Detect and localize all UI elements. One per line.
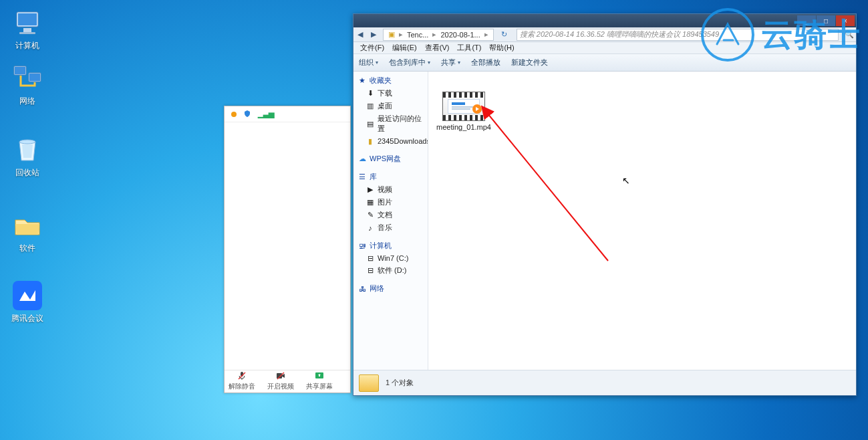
minimize-button[interactable]: _ (797, 15, 816, 26)
explorer-window: _ □ × ◀ ▶ ▣ ▸ Tenc... ▸ 2020-08-1... ▸ ↻… (353, 13, 857, 396)
menu-view[interactable]: 查看(V) (421, 43, 454, 53)
video-button[interactable]: 开启视频 (267, 370, 294, 391)
tencent-meeting-icon (13, 281, 42, 310)
document-icon: ✎ (366, 211, 375, 220)
chevron-down-icon: ▾ (428, 60, 430, 66)
search-icon: 🔍 (843, 29, 856, 41)
svg-rect-1 (18, 13, 37, 25)
meeting-toolbar: 解除静音 开启视频 共享屏幕 (225, 370, 350, 393)
menu-tools[interactable]: 工具(T) (453, 43, 485, 53)
sidebar-item-pictures[interactable]: ▦图片 (353, 196, 428, 209)
desktop-icon-computer[interactable]: 计算机 (4, 8, 51, 51)
search-input[interactable]: 搜索 2020-08-14 16.36.52 嘀哩哔嘀嘀的快速会议 189453… (517, 29, 839, 41)
sidebar-item-documents[interactable]: ✎文档 (353, 209, 428, 221)
icon-label: 回收站 (4, 167, 51, 179)
sidebar-item-video[interactable]: ▶视频 (353, 183, 428, 196)
desktop-icon-software[interactable]: 软件 (4, 211, 51, 254)
svg-rect-15 (452, 102, 465, 105)
svg-rect-2 (23, 28, 31, 32)
file-name: meeting_01.mp4 (434, 123, 494, 131)
svg-rect-7 (29, 74, 40, 81)
desktop-icon-network[interactable]: 网络 (4, 64, 51, 107)
wps-header[interactable]: ☁WPS网盘 (353, 152, 428, 165)
sidebar-item-desktop[interactable]: ▥桌面 (353, 100, 428, 112)
folder-icon (13, 211, 42, 240)
breadcrumb[interactable]: ▣ ▸ Tenc... ▸ 2020-08-1... ▸ (383, 29, 494, 41)
svg-rect-17 (452, 108, 470, 110)
folder-icon: ▣ (386, 30, 397, 39)
sidebar-item-2345[interactable]: ▮2345Downloads (353, 135, 428, 147)
menu-file[interactable]: 文件(F) (356, 43, 388, 53)
drive-icon: ⊟ (366, 266, 375, 276)
computer-icon (13, 8, 42, 37)
signal-icon: ▁▃▅ (258, 110, 274, 118)
share-screen-button[interactable]: 共享屏幕 (306, 370, 333, 391)
recent-icon: ▤ (366, 119, 375, 128)
organize-button[interactable]: 组织▾ (353, 58, 384, 68)
folder-icon: ▮ (366, 136, 375, 146)
search-placeholder: 搜索 2020-08-14 16.36.52 嘀哩哔嘀嘀的快速会议 189453… (520, 29, 719, 39)
back-icon: ◀ (357, 30, 363, 39)
title-bar[interactable]: _ □ × (353, 14, 856, 27)
folder-icon (359, 374, 379, 392)
icon-label: 计算机 (4, 40, 51, 51)
forward-icon: ▶ (371, 30, 376, 39)
video-thumbnail-icon (442, 92, 485, 121)
svg-point-8 (19, 140, 35, 144)
microphone-icon (237, 370, 247, 381)
star-icon: ★ (357, 76, 367, 86)
drive-icon: ⊟ (366, 253, 375, 263)
network-icon (13, 64, 42, 93)
sidebar-item-d-drive[interactable]: ⊟软件 (D:) (353, 264, 428, 277)
explorer-sidebar: ★收藏夹 ⬇下载 ▥桌面 ▤最近访问的位置 ▮2345Downloads ☁WP… (353, 72, 428, 370)
picture-icon: ▦ (366, 198, 375, 207)
menu-help[interactable]: 帮助(H) (485, 43, 518, 53)
video-icon: ▶ (366, 185, 375, 195)
address-bar: ◀ ▶ ▣ ▸ Tenc... ▸ 2020-08-1... ▸ ↻ 搜索 20… (353, 27, 856, 42)
menu-bar: 文件(F) 编辑(E) 查看(V) 工具(T) 帮助(H) (353, 42, 856, 54)
favorites-header[interactable]: ★收藏夹 (353, 74, 428, 87)
desktop: 计算机 网络 回收站 软件 腾讯会议 ▁▃▅ (0, 0, 868, 440)
include-in-library-button[interactable]: 包含到库中▾ (384, 58, 436, 68)
mouse-cursor-icon: ↖ (622, 175, 630, 186)
sidebar-item-c-drive[interactable]: ⊟Win7 (C:) (353, 252, 428, 264)
meeting-panel-header: ▁▃▅ (225, 106, 350, 122)
new-folder-button[interactable]: 新建文件夹 (506, 58, 553, 68)
play-all-button[interactable]: 全部播放 (466, 58, 506, 68)
file-pane[interactable]: meeting_01.mp4 ↖ (428, 72, 856, 370)
download-icon: ⬇ (366, 89, 375, 98)
button-label: 解除静音 (229, 382, 255, 391)
maximize-button[interactable]: □ (817, 15, 835, 26)
button-label: 共享屏幕 (306, 382, 333, 391)
meeting-panel: ▁▃▅ 解除静音 开启视频 共享屏幕 (224, 106, 351, 393)
file-item[interactable]: meeting_01.mp4 (434, 92, 494, 131)
share-button[interactable]: 共享▾ (436, 58, 466, 68)
breadcrumb-part[interactable]: Tenc... (405, 31, 430, 39)
status-text: 1 个对象 (386, 378, 414, 388)
nav-back-button[interactable]: ◀ (353, 29, 367, 41)
sidebar-item-downloads[interactable]: ⬇下载 (353, 87, 428, 100)
breadcrumb-part[interactable]: 2020-08-1... (438, 31, 482, 39)
computer-icon: 🖳 (357, 241, 367, 251)
sidebar-item-music[interactable]: ♪音乐 (353, 221, 428, 234)
desktop-icon-recycle[interactable]: 回收站 (4, 135, 51, 179)
desktop-icon-tencent-meeting[interactable]: 腾讯会议 (4, 281, 51, 324)
chevron-down-icon: ▾ (376, 60, 378, 66)
svg-rect-6 (15, 67, 25, 74)
desktop-icon: ▥ (366, 102, 375, 111)
chevron-down-icon: ▾ (458, 60, 460, 66)
mute-button[interactable]: 解除静音 (229, 370, 255, 391)
button-label: 开启视频 (267, 382, 294, 391)
sidebar-item-recent[interactable]: ▤最近访问的位置 (353, 112, 428, 135)
warning-icon (231, 112, 237, 117)
nav-forward-button[interactable]: ▶ (367, 29, 380, 41)
computer-header[interactable]: 🖳计算机 (353, 239, 428, 252)
libraries-header[interactable]: ☰库 (353, 171, 428, 183)
library-icon: ☰ (357, 173, 367, 182)
recycle-bin-icon (13, 135, 42, 164)
network-header[interactable]: 🖧网络 (353, 282, 428, 295)
close-button[interactable]: × (836, 15, 855, 26)
toolbar: 组织▾ 包含到库中▾ 共享▾ 全部播放 新建文件夹 (353, 54, 856, 72)
menu-edit[interactable]: 编辑(E) (388, 43, 421, 53)
refresh-button[interactable]: ↻ (498, 29, 511, 41)
